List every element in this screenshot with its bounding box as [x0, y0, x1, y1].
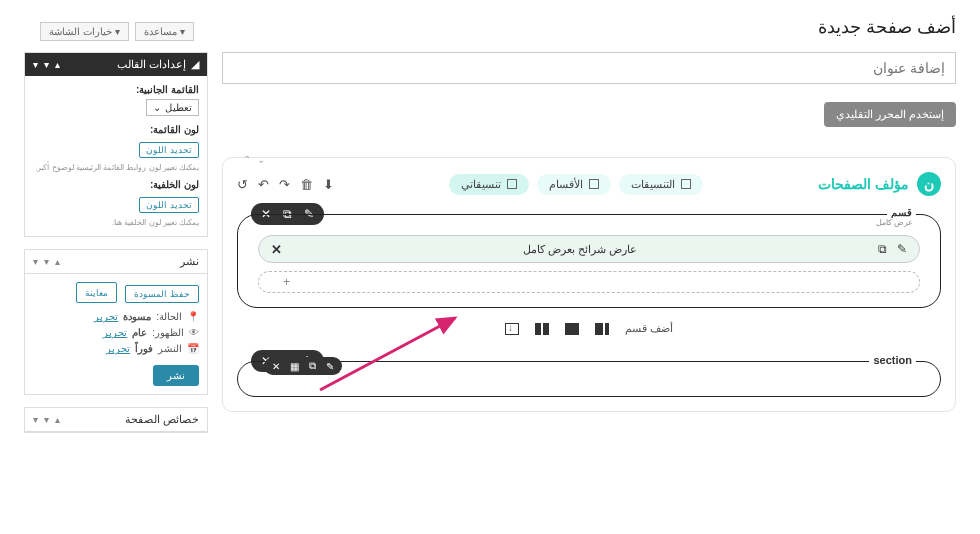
- visibility-label: الظهور:: [152, 327, 184, 338]
- visibility-icon: 👁: [189, 327, 199, 338]
- toggle-down-icon[interactable]: ▾: [44, 414, 49, 425]
- screen-options-label: خيارات الشاشة: [49, 26, 112, 37]
- add-section-bar: أضف قسم: [237, 322, 941, 335]
- redo-icon[interactable]: ↷: [279, 177, 290, 192]
- layout-import-icon[interactable]: [505, 323, 519, 335]
- slider-module-title: عارض شرائح بعرض كامل: [282, 243, 878, 256]
- toggle-up-icon[interactable]: ▴: [55, 414, 60, 425]
- save-icon[interactable]: ⬇: [323, 177, 334, 192]
- caret-down-icon: ▾: [115, 26, 120, 37]
- calendar-icon: 📅: [187, 343, 199, 354]
- mylayouts-icon: [507, 179, 517, 189]
- toggle-collapse-icon[interactable]: ▾: [33, 59, 38, 70]
- schedule-value: فوراً: [135, 343, 153, 354]
- theme-icon: ◢: [191, 58, 199, 71]
- screen-options-dropdown[interactable]: ▾خيارات الشاشة: [40, 22, 129, 41]
- history-icon[interactable]: ↺: [237, 177, 248, 192]
- section-box: قسم عرض كامل ✎ ⧉ عارض شرائح بعرض كامل ✕ …: [237, 214, 941, 308]
- tab-mylayouts[interactable]: تنسيقاتي: [449, 174, 529, 195]
- visibility-edit-link[interactable]: تحرير: [103, 327, 127, 338]
- page-attributes-metabox: خصائص الصفحة ▴▾▾: [24, 407, 208, 433]
- sections-icon: [589, 179, 599, 189]
- toggle-up-icon[interactable]: ▴: [55, 59, 60, 70]
- module-duplicate-icon[interactable]: ⧉: [878, 242, 887, 256]
- collapse-icon[interactable]: ⌄: [257, 154, 265, 165]
- slider-module-row[interactable]: ✎ ⧉ عارض شرائح بعرض كامل ✕: [258, 235, 920, 263]
- row-toolbar: ✎ ⧉ ▦ ✕: [264, 357, 342, 375]
- toggle-up-icon[interactable]: ▴: [55, 256, 60, 267]
- section-legend: قسم: [887, 207, 916, 218]
- schedule-label: النشر: [158, 343, 182, 354]
- tab-layouts-label: التنسيقات: [631, 178, 675, 191]
- toggle-down-icon[interactable]: ▾: [44, 59, 49, 70]
- tab-sections-label: الأقسام: [549, 178, 583, 191]
- row-edit-icon[interactable]: ✎: [326, 361, 334, 372]
- layouts-icon: [681, 179, 691, 189]
- caret-down-icon: ▾: [180, 26, 185, 37]
- builder-brand-label: مؤلف الصفحات: [818, 176, 909, 192]
- undo-icon[interactable]: ↶: [258, 177, 269, 192]
- theme-settings-metabox: ◢إعدادات القالب ▴▾▾ القائمة الجانبية: تع…: [24, 52, 208, 237]
- help-dropdown[interactable]: ▾مساعدة: [135, 22, 194, 41]
- expand-icon[interactable]: ⌃: [243, 154, 251, 165]
- toggle-collapse-icon[interactable]: ▾: [33, 256, 38, 267]
- section2-legend: section: [869, 354, 916, 366]
- side-menu-label: القائمة الجانبية:: [33, 84, 199, 95]
- add-module-row[interactable]: +: [258, 271, 920, 293]
- theme-settings-title: إعدادات القالب: [117, 58, 186, 71]
- publish-button[interactable]: نشر: [153, 365, 199, 386]
- preview-button[interactable]: معاينة: [76, 282, 117, 303]
- section-sublegend: عرض كامل: [873, 218, 916, 227]
- page-attrs-title: خصائص الصفحة: [125, 413, 199, 426]
- status-edit-link[interactable]: تحرير: [94, 311, 118, 322]
- builder-brand: ن مؤلف الصفحات: [818, 172, 941, 196]
- use-classic-editor-button[interactable]: إستخدم المحرر التقليدي: [824, 102, 956, 127]
- row-duplicate-icon[interactable]: ⧉: [309, 360, 316, 372]
- chevron-down-icon: ⌄: [153, 102, 161, 113]
- bg-color-button[interactable]: تحديد اللون: [139, 197, 199, 213]
- module-edit-icon[interactable]: ✎: [897, 242, 907, 256]
- plus-icon: +: [273, 275, 290, 289]
- save-draft-button[interactable]: حفظ المسودة: [125, 285, 199, 303]
- tab-mylayouts-label: تنسيقاتي: [461, 178, 501, 191]
- builder-logo-icon: ن: [917, 172, 941, 196]
- tab-layouts[interactable]: التنسيقات: [619, 174, 703, 195]
- tab-sections[interactable]: الأقسام: [537, 174, 611, 195]
- side-menu-value: تعطيل: [165, 102, 192, 113]
- page-builder-panel: ⌄ ⌃ ن مؤلف الصفحات التنسيقات الأقسام تنس…: [222, 157, 956, 412]
- visibility-value: عام: [132, 327, 147, 338]
- side-menu-select[interactable]: تعطيل⌄: [146, 99, 199, 116]
- section2-box: section ✎ ⧉ ▦ ✕: [237, 361, 941, 397]
- trash-icon[interactable]: 🗑: [300, 177, 313, 192]
- row-close-icon[interactable]: ✕: [272, 361, 280, 372]
- bg-color-hint: يمكنك تغيير لون الخلفية هنا.: [33, 217, 199, 228]
- help-label: مساعدة: [144, 26, 177, 37]
- layout-two-col-right-icon[interactable]: [595, 323, 609, 335]
- menu-color-label: لون القائمة:: [33, 124, 199, 135]
- layout-two-col-icon[interactable]: [535, 323, 549, 335]
- status-label: الحالة:: [156, 311, 182, 322]
- module-close-icon[interactable]: ✕: [271, 242, 282, 257]
- add-section-label: أضف قسم: [625, 322, 673, 335]
- title-input[interactable]: [222, 52, 956, 84]
- status-value: مسودة: [123, 311, 151, 322]
- status-icon: 📍: [187, 311, 199, 322]
- menu-color-hint: يمكنك تغيير لون روابط القائمة الرئيسية ل…: [33, 162, 199, 173]
- bg-color-label: لون الخلفية:: [33, 179, 199, 190]
- layout-one-col-icon[interactable]: [565, 323, 579, 335]
- toggle-down-icon[interactable]: ▾: [44, 256, 49, 267]
- schedule-edit-link[interactable]: تحرير: [106, 343, 130, 354]
- toggle-collapse-icon[interactable]: ▾: [33, 414, 38, 425]
- menu-color-button[interactable]: تحديد اللون: [139, 142, 199, 158]
- publish-metabox: نشر ▴▾▾ حفظ المسودة معاينة 📍 الحالة: مسو…: [24, 249, 208, 395]
- publish-title: نشر: [180, 255, 199, 268]
- row-columns-icon[interactable]: ▦: [290, 361, 299, 372]
